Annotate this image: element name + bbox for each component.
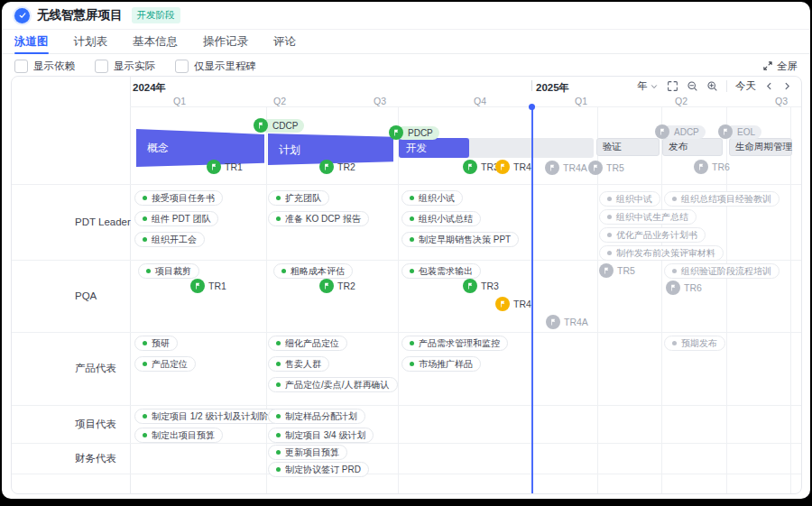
task-pill[interactable]: 产品需求管理和监控 bbox=[401, 336, 508, 351]
task-pill[interactable]: 组织总结项目经验教训 bbox=[664, 191, 780, 207]
tr-milestone-tr3[interactable]: TR3 bbox=[463, 160, 499, 174]
task-pill[interactable]: 组织中试 bbox=[599, 191, 660, 207]
tr-milestone-tr1[interactable]: TR1 bbox=[207, 160, 243, 174]
task-pill[interactable]: 制作发布前决策评审材料 bbox=[599, 245, 724, 261]
task-pill[interactable]: 优化产品业务计划书 bbox=[599, 227, 706, 243]
task-pill[interactable]: 组织小试总结 bbox=[401, 211, 481, 226]
task-pill[interactable]: 组织验证阶段流程培训 bbox=[664, 263, 780, 279]
tr-milestone-tr1[interactable]: TR1 bbox=[190, 279, 226, 293]
fullscreen-button[interactable]: 全屏 bbox=[762, 60, 798, 73]
flag-icon bbox=[694, 160, 708, 174]
task-pill-label: 更新项目预算 bbox=[285, 446, 339, 459]
tab-activity-log[interactable]: 操作记录 bbox=[203, 30, 248, 53]
flag-icon bbox=[495, 297, 510, 311]
task-pill[interactable]: 售卖人群 bbox=[268, 356, 329, 372]
tr-milestone-tr2[interactable]: TR2 bbox=[319, 279, 355, 293]
phase-bar[interactable]: 生命周期管理 bbox=[729, 138, 792, 156]
prev-period-button[interactable] bbox=[764, 81, 774, 91]
fit-view-button[interactable] bbox=[667, 80, 678, 92]
flag-icon bbox=[389, 125, 403, 140]
checkbox-icon[interactable] bbox=[14, 60, 28, 73]
milestone-adcp[interactable]: ADCP bbox=[655, 124, 706, 139]
page-title: 无线智慧屏项目 bbox=[37, 7, 123, 23]
task-pill-label: 组织小试总结 bbox=[419, 213, 473, 225]
tr-milestone-tr3[interactable]: TR3 bbox=[463, 279, 499, 293]
milestone-eol[interactable]: EOL bbox=[718, 124, 761, 139]
task-pill[interactable]: 粗略成本评估 bbox=[273, 263, 353, 279]
quarter-label: Q2 bbox=[675, 96, 687, 106]
milestone-pdcp[interactable]: PDCP bbox=[389, 125, 439, 140]
tr-milestone-tr4[interactable]: TR4 bbox=[495, 297, 531, 311]
task-pill[interactable]: 制定出项目预算 bbox=[134, 428, 223, 443]
quarter-label: Q2 bbox=[273, 96, 286, 106]
today-button[interactable]: 今天 bbox=[735, 79, 756, 93]
task-pill[interactable]: 组织小试 bbox=[401, 190, 463, 206]
flag-icon bbox=[190, 279, 205, 293]
phase-bar[interactable]: 发布 bbox=[662, 138, 723, 156]
flag-icon bbox=[599, 263, 614, 278]
grid-row-line bbox=[12, 405, 801, 406]
task-pill[interactable]: 包装需求输出 bbox=[401, 263, 481, 279]
task-pill[interactable]: 产品定位 bbox=[134, 356, 196, 372]
zoom-in-button[interactable] bbox=[706, 80, 718, 92]
phase-bar[interactable]: 开发 bbox=[399, 138, 594, 158]
task-pill[interactable]: 接受项目任务书 bbox=[134, 190, 223, 206]
tr-milestone-tr2[interactable]: TR2 bbox=[319, 160, 355, 174]
task-pill-label: 组织开工会 bbox=[152, 234, 197, 246]
task-pill[interactable]: 市场推广样品 bbox=[401, 356, 481, 372]
tr-milestone-tr4a[interactable]: TR4A bbox=[546, 315, 588, 329]
task-pill[interactable]: 制定早期销售决策 PPT bbox=[401, 232, 519, 247]
task-pill-label: 制作发布前决策评审材料 bbox=[616, 247, 715, 260]
quarter-label: Q3 bbox=[775, 96, 788, 106]
grid-row-line bbox=[12, 474, 801, 474]
flag-icon bbox=[207, 160, 221, 174]
task-pill-label: 组织中试 bbox=[616, 193, 652, 206]
task-pill[interactable]: 制定项目 1/2 级计划及计划阶段 bbox=[134, 409, 285, 424]
tr-milestone-tr4[interactable]: TR4 bbox=[495, 160, 531, 174]
milestone-cdcp[interactable]: CDCP bbox=[254, 118, 304, 133]
checkbox-milestones-only[interactable]: 仅显示里程碑 bbox=[175, 60, 256, 73]
task-pill[interactable]: 细化产品定位 bbox=[268, 336, 347, 351]
task-pill[interactable]: 制定样品分配计划 bbox=[268, 409, 365, 424]
task-pill-label: 包装需求输出 bbox=[419, 265, 473, 278]
checkbox-show-dependencies[interactable]: 显示依赖 bbox=[14, 60, 75, 73]
lane-label: 产品代表 bbox=[75, 362, 116, 375]
phase-bar[interactable]: 概念 bbox=[136, 129, 264, 167]
tr-milestone-tr4a[interactable]: TR4A bbox=[545, 161, 587, 175]
next-period-button[interactable] bbox=[782, 81, 792, 91]
tab-comments[interactable]: 评论 bbox=[273, 30, 296, 53]
task-pill-label: 市场推广样品 bbox=[419, 358, 473, 371]
task-pill[interactable]: 制定项目 3/4 级计划 bbox=[268, 428, 374, 443]
tab-swimlane[interactable]: 泳道图 bbox=[14, 30, 49, 53]
tr-milestone-tr6[interactable]: TR6 bbox=[666, 281, 702, 295]
task-pill[interactable]: 组织开工会 bbox=[134, 232, 205, 247]
checkbox-icon[interactable] bbox=[95, 60, 108, 73]
flag-icon bbox=[463, 279, 477, 293]
tab-schedule[interactable]: 计划表 bbox=[74, 30, 108, 53]
task-pill[interactable]: 项目裁剪 bbox=[138, 263, 199, 279]
task-pill-label: 接受项目任务书 bbox=[152, 192, 215, 205]
task-pill[interactable]: 预期发布 bbox=[664, 336, 725, 351]
phase-bar[interactable]: 验证 bbox=[596, 138, 660, 156]
checkbox-icon[interactable] bbox=[175, 60, 189, 73]
task-pill[interactable]: 产品定位/卖点/人群再确认 bbox=[268, 377, 398, 392]
tab-basic-info[interactable]: 基本信息 bbox=[133, 30, 178, 53]
task-pill[interactable]: 预研 bbox=[134, 336, 178, 351]
year-boundary-tick bbox=[531, 80, 532, 91]
task-pill[interactable]: 更新项目预算 bbox=[268, 445, 347, 460]
tr-milestone-tr5[interactable]: TR5 bbox=[599, 263, 635, 278]
tr-milestone-tr6[interactable]: TR6 bbox=[694, 160, 730, 174]
tr-milestone-tr5[interactable]: TR5 bbox=[588, 161, 624, 175]
task-pill-label: 制定项目 1/2 级计划及计划阶段 bbox=[152, 410, 277, 423]
task-pill[interactable]: 制定协议签订 PRD bbox=[268, 462, 369, 477]
time-scale-select[interactable]: 年 bbox=[638, 79, 660, 93]
task-pill[interactable]: 组织中试生产总结 bbox=[599, 209, 697, 225]
task-status-dot bbox=[146, 269, 151, 273]
task-pill[interactable]: 扩充团队 bbox=[268, 190, 329, 206]
task-pill[interactable]: 组件 PDT 团队 bbox=[134, 211, 218, 226]
zoom-out-button[interactable] bbox=[687, 80, 698, 92]
checkbox-show-actual[interactable]: 显示实际 bbox=[95, 60, 155, 73]
task-pill[interactable]: 准备 KO DCP 报告 bbox=[268, 211, 369, 226]
task-pill-label: 组织验证阶段流程培训 bbox=[681, 265, 771, 278]
checkbox-label: 显示依赖 bbox=[33, 60, 75, 73]
